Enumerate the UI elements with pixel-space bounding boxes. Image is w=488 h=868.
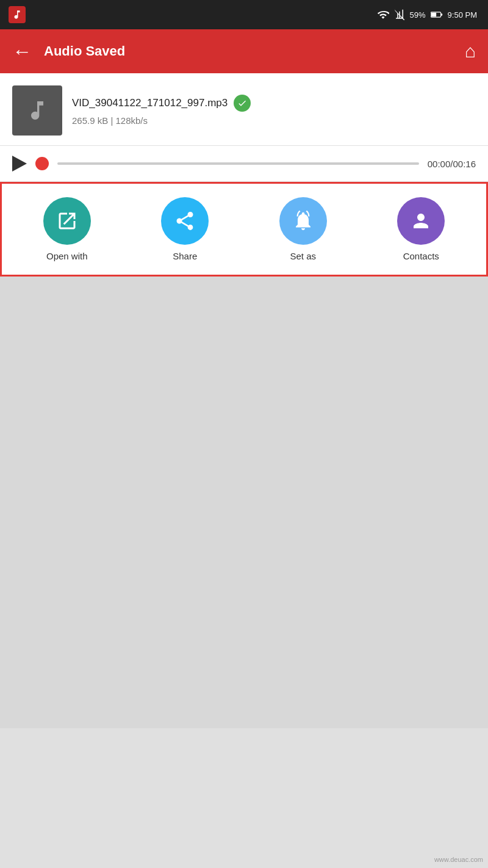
person-icon <box>410 210 432 232</box>
status-bar: 59% 9:50 PM <box>0 0 488 29</box>
back-button[interactable]: ← <box>12 42 32 61</box>
player-section: 00:00/00:16 <box>0 146 488 182</box>
file-card: VID_39041122_171012_997.mp3 265.9 kB | 1… <box>0 73 488 146</box>
svg-rect-1 <box>431 13 436 17</box>
open-with-icon <box>56 210 78 232</box>
file-thumbnail <box>12 85 62 136</box>
battery-percent: 59% <box>410 10 426 20</box>
bell-icon <box>292 210 314 232</box>
set-as-circle <box>279 197 327 245</box>
contacts-label: Contacts <box>403 251 439 261</box>
app-bar-title: Audio Saved <box>44 43 453 59</box>
contacts-circle <box>397 197 445 245</box>
check-badge <box>234 95 251 112</box>
signal-icon <box>394 9 405 20</box>
watermark: www.deuac.com <box>434 856 483 863</box>
svg-rect-2 <box>440 13 442 15</box>
file-info: VID_39041122_171012_997.mp3 265.9 kB | 1… <box>72 95 476 126</box>
file-name: VID_39041122_171012_997.mp3 <box>72 97 228 109</box>
action-open-with[interactable]: Open with <box>34 197 101 261</box>
share-icon <box>174 210 196 232</box>
battery-icon <box>431 10 443 19</box>
file-meta: 265.9 kB | 128kb/s <box>72 115 148 126</box>
progress-bar[interactable] <box>57 162 419 165</box>
set-as-label: Set as <box>290 251 316 261</box>
share-circle <box>161 197 209 245</box>
time-display: 00:00/00:16 <box>428 159 476 169</box>
status-app-icon <box>9 6 26 23</box>
action-share[interactable]: Share <box>151 197 218 261</box>
play-button[interactable] <box>12 156 27 172</box>
status-time: 9:50 PM <box>448 10 477 20</box>
progress-thumb <box>35 157 49 170</box>
app-bar: ← Audio Saved ⌂ <box>0 29 488 73</box>
open-with-circle <box>43 197 91 245</box>
actions-section: Open with Share Set as Contacts <box>0 182 488 277</box>
open-with-label: Open with <box>46 251 88 261</box>
wifi-icon <box>377 9 389 21</box>
action-contacts[interactable]: Contacts <box>387 197 454 261</box>
empty-area <box>0 277 488 728</box>
music-note-icon <box>25 98 49 123</box>
share-label: Share <box>173 251 197 261</box>
action-set-as[interactable]: Set as <box>270 197 337 261</box>
home-button[interactable]: ⌂ <box>465 41 476 62</box>
